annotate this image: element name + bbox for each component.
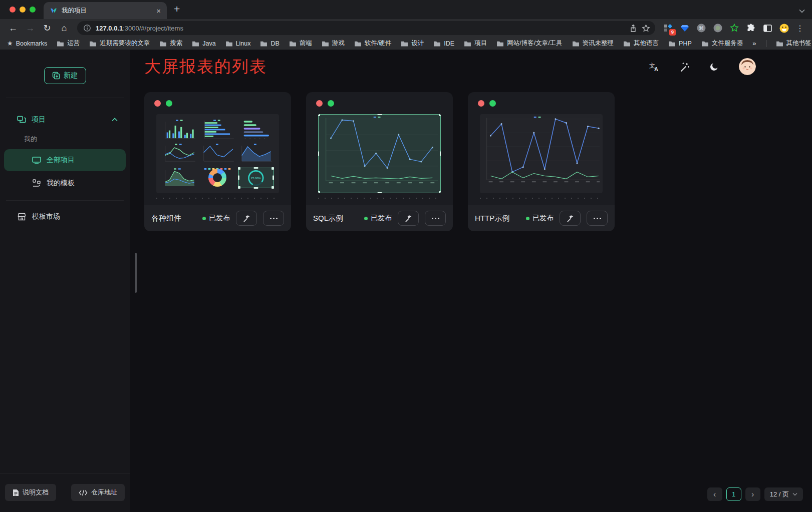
folder-icon: [623, 41, 631, 47]
new-tab-button[interactable]: +: [174, 3, 180, 15]
address-bar[interactable]: 127.0.0.1:3000/#/project/items: [77, 21, 655, 35]
share-icon[interactable]: [629, 24, 637, 33]
url-path: :3000/#/project/items: [123, 25, 183, 32]
extensions-puzzle-icon[interactable]: [746, 23, 756, 33]
close-window-button[interactable]: [10, 7, 16, 13]
status-dot: [526, 217, 529, 220]
card-window-dots: [154, 100, 172, 107]
tab-search-chevron-icon[interactable]: [799, 9, 805, 13]
edit-project-button[interactable]: [560, 211, 581, 226]
bookmark-folder[interactable]: 搜索: [159, 39, 182, 48]
extension-smiley-icon[interactable]: [779, 23, 789, 33]
mini-gauge-chart: 25.00%: [238, 167, 274, 189]
close-tab-icon[interactable]: ×: [155, 7, 162, 15]
bookmark-folder[interactable]: 游戏: [322, 39, 345, 48]
current-page-button[interactable]: 1: [726, 487, 741, 501]
extension-badge: 9: [669, 29, 676, 36]
extension-circle-icon[interactable]: [713, 23, 723, 33]
bookmark-folder[interactable]: 网站/博客/文章/工具: [496, 39, 562, 48]
bookmark-folder[interactable]: Java: [192, 40, 215, 47]
magic-wand-icon[interactable]: [679, 62, 690, 72]
folder-icon: [57, 41, 64, 47]
user-avatar[interactable]: [739, 58, 756, 75]
edit-project-button[interactable]: [236, 211, 257, 226]
bookmark-folder[interactable]: 前端: [289, 39, 312, 48]
browser-menu-icon[interactable]: ⋮: [794, 24, 806, 33]
main-content: 大屏报表的列表 文 A: [130, 50, 812, 512]
bookmark-folder[interactable]: 文件服务器: [701, 39, 743, 48]
url-text[interactable]: 127.0.0.1:3000/#/project/items: [96, 25, 625, 32]
bookmark-folder[interactable]: IDE: [433, 40, 454, 47]
more-actions-button[interactable]: [263, 211, 284, 226]
zoom-window-button[interactable]: [30, 7, 36, 13]
bookmark-folder[interactable]: DB: [260, 40, 279, 47]
dark-mode-moon-icon[interactable]: [709, 62, 719, 72]
extension-grid-icon[interactable]: 9: [663, 23, 673, 33]
other-bookmarks-folder[interactable]: 其他书签: [776, 39, 811, 48]
side-panel-icon[interactable]: [762, 23, 772, 33]
next-page-button[interactable]: ›: [745, 487, 760, 501]
chevron-up-icon[interactable]: [112, 118, 118, 122]
extension-star-icon[interactable]: [729, 23, 739, 33]
folder-icon: [668, 41, 676, 47]
page-header: 大屏报表的列表 文 A: [130, 50, 812, 83]
forward-button[interactable]: →: [23, 21, 37, 35]
project-thumbnail[interactable]: 25.00%: [156, 114, 279, 193]
sidebar-group-project[interactable]: 项目: [0, 109, 130, 130]
project-card: SQL示例 已发布: [306, 92, 453, 231]
bookmark-star-icon[interactable]: [642, 24, 650, 33]
prev-page-button[interactable]: ‹: [707, 487, 722, 501]
project-card: HTTP示例 已发布: [468, 92, 615, 231]
bookmark-folder[interactable]: 运营: [57, 39, 80, 48]
page-title: 大屏报表的列表: [144, 56, 267, 78]
more-icon: [270, 218, 278, 219]
more-actions-button[interactable]: [587, 211, 608, 226]
reload-button[interactable]: ↻: [40, 21, 54, 35]
folder-icon: [701, 41, 709, 47]
hammer-icon: [242, 214, 251, 223]
extension-gem-icon[interactable]: [680, 23, 690, 33]
sidebar-item-all-projects[interactable]: 全部项目: [4, 149, 126, 171]
language-translate-icon[interactable]: 文 A: [649, 62, 660, 72]
more-actions-button[interactable]: [425, 211, 446, 226]
mini-donut-chart: [200, 167, 236, 189]
red-dot: [316, 100, 323, 107]
mini-capsule-chart: [238, 119, 274, 140]
docs-button[interactable]: 说明文档: [5, 484, 56, 501]
mini-hbar-chart: [200, 119, 236, 140]
new-project-button[interactable]: 新建: [44, 67, 86, 84]
page-size-select[interactable]: 12 / 页: [764, 487, 803, 501]
bookmark-folder[interactable]: 软件/硬件: [354, 39, 391, 48]
more-icon: [594, 218, 601, 219]
sidebar-item-my-templates[interactable]: 我的模板: [4, 172, 126, 194]
monitor-icon: [32, 157, 41, 164]
site-info-icon[interactable]: [83, 24, 91, 32]
bookmarks-overflow-chevron[interactable]: »: [752, 40, 756, 47]
dotted-separator: [156, 198, 279, 199]
minimize-window-button[interactable]: [20, 7, 26, 13]
browser-tab[interactable]: 我的项目 ×: [44, 2, 167, 19]
bookmark-folder[interactable]: 其他语言: [623, 39, 659, 48]
sidebar-item-template-market[interactable]: 模板市场: [4, 206, 126, 228]
repository-button[interactable]: 仓库地址: [71, 484, 125, 501]
bookmark-folder[interactable]: 近期需要读的文章: [89, 39, 150, 48]
project-thumbnail[interactable]: [480, 114, 603, 193]
bookmarks-manager[interactable]: ★Bookmarks: [7, 40, 47, 47]
home-button[interactable]: ⌂: [57, 21, 71, 35]
scrollbar-thumb[interactable]: [135, 253, 137, 293]
project-name: 各种组件: [151, 214, 181, 223]
project-thumbnail[interactable]: [318, 114, 441, 193]
bookmark-folder[interactable]: Linux: [225, 40, 251, 47]
back-button[interactable]: ←: [6, 21, 20, 35]
extension-command-icon[interactable]: ⌘: [696, 23, 706, 33]
bookmark-folder[interactable]: PHP: [668, 40, 692, 47]
bookmark-folder[interactable]: 资讯未整理: [572, 39, 614, 48]
bookmark-folder[interactable]: 设计: [401, 39, 424, 48]
folder-icon: [322, 41, 329, 47]
bookmark-folder[interactable]: 项目: [464, 39, 487, 48]
code-icon: [79, 489, 88, 496]
edit-project-button[interactable]: [398, 211, 419, 226]
screens-icon: [17, 116, 27, 124]
folder-icon: [289, 41, 297, 47]
app-window: 新建 项目 我的 全部项目: [0, 50, 812, 512]
